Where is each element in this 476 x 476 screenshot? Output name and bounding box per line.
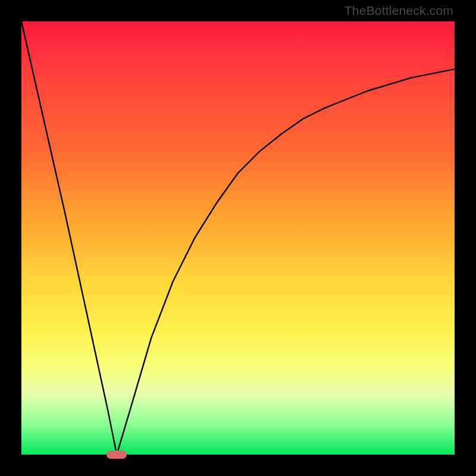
plot-area (21, 21, 455, 455)
bottleneck-curve (21, 21, 455, 455)
curve-svg (21, 21, 455, 455)
watermark-text: TheBottleneck.com (345, 4, 453, 18)
chart-frame: TheBottleneck.com (0, 0, 476, 476)
optimal-marker (107, 450, 127, 459)
